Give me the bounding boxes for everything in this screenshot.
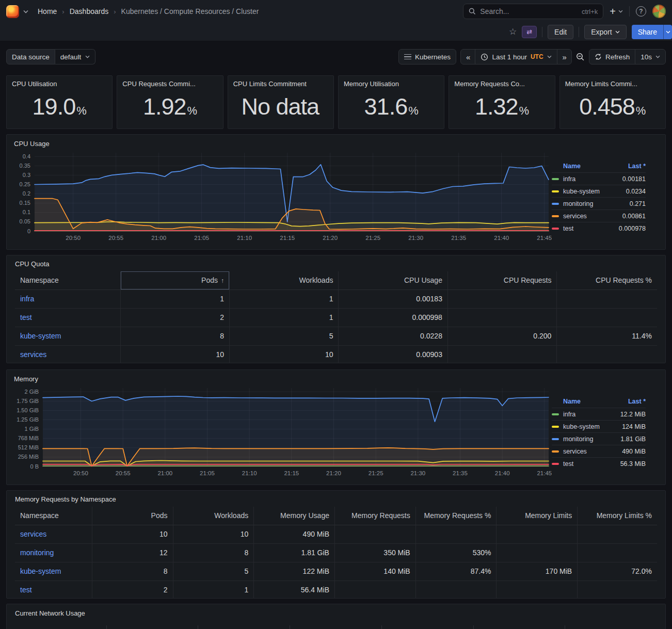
datasource-picker[interactable]: Data source default — [6, 49, 95, 64]
svg-text:0.15: 0.15 — [20, 200, 30, 206]
time-shift-forward-button[interactable]: » — [557, 49, 572, 64]
namespace-link[interactable]: services — [20, 350, 46, 359]
breadcrumb: Home › Dashboards › Kubernetes / Compute… — [38, 7, 259, 15]
legend-series-toggle[interactable]: infra — [552, 175, 622, 183]
namespace-link[interactable]: test — [20, 586, 32, 594]
svg-text:21:10: 21:10 — [242, 470, 257, 476]
legend-series-toggle[interactable]: infra — [552, 411, 620, 418]
table-header-row: Namespace Pods Workloads Memory Usage Me… — [15, 507, 657, 525]
refresh-button[interactable]: Refresh — [589, 49, 635, 64]
column-header-memory-limits-pct[interactable]: Memory Limits % — [578, 507, 657, 525]
namespace-link[interactable]: monitoring — [20, 549, 54, 557]
user-avatar[interactable] — [652, 5, 666, 18]
legend-series-toggle[interactable]: test — [552, 460, 620, 467]
table-cell — [334, 525, 415, 543]
datasource-value[interactable]: default — [55, 49, 96, 64]
legend-series-toggle[interactable]: monitoring — [552, 200, 630, 207]
column-header-pods[interactable]: Pods — [92, 507, 173, 525]
svg-text:21:40: 21:40 — [495, 470, 510, 476]
breadcrumb-home[interactable]: Home — [38, 7, 57, 15]
legend-series-toggle[interactable]: services — [552, 213, 622, 220]
favorite-star-button[interactable]: ☆ — [509, 26, 517, 37]
column-header-namespace[interactable]: Namespace — [15, 507, 92, 525]
kubernetes-filter-button[interactable]: Kubernetes — [398, 49, 456, 64]
table-cell: 1.81 GiB — [254, 543, 335, 562]
search-icon — [469, 8, 476, 15]
column-header-cpu-requests-pct[interactable]: CPU Requests % — [557, 271, 657, 289]
panels-swap-button[interactable]: ⇄ — [522, 26, 537, 38]
table-cell: 10 — [173, 525, 254, 543]
search-box[interactable]: ctrl+k — [463, 4, 603, 19]
breadcrumb-chevron-icon: › — [62, 8, 64, 15]
table-cell: 2 — [92, 580, 173, 599]
legend-series-toggle[interactable]: test — [552, 225, 619, 232]
svg-text:21:00: 21:00 — [157, 470, 172, 476]
search-input[interactable] — [480, 7, 578, 15]
cpu-usage-chart[interactable]: 00.050.10.150.20.250.30.350.420:5020:552… — [11, 148, 552, 244]
svg-text:20:50: 20:50 — [73, 470, 88, 476]
column-header-pods-sorted[interactable]: Pods↑ — [120, 271, 229, 289]
memory-chart[interactable]: 0 B256 MiB512 MiB768 MiB1 GiB1.25 GiB1.5… — [11, 383, 552, 479]
column-header-memory-requests[interactable]: Memory Requests — [334, 507, 415, 525]
panel-title[interactable]: Memory Requests by Namespace — [15, 495, 657, 503]
svg-text:512 MiB: 512 MiB — [18, 444, 39, 450]
column-header-workloads[interactable]: Workloads — [173, 507, 254, 525]
column-header-cpu-requests[interactable]: CPU Requests — [447, 271, 556, 289]
column-header-memory-requests-pct[interactable]: Memory Requests % — [415, 507, 497, 525]
series-color-swatch — [552, 190, 559, 192]
share-button[interactable]: Share — [632, 25, 663, 39]
column-header-namespace[interactable]: Namespace — [15, 271, 120, 289]
breadcrumb-dashboards[interactable]: Dashboards — [70, 7, 109, 15]
svg-text:20:55: 20:55 — [116, 470, 131, 476]
legend-name-header[interactable]: Name — [552, 398, 628, 405]
namespace-link[interactable]: test — [20, 313, 32, 321]
panel-title[interactable]: CPU Usage — [11, 139, 661, 148]
panel-title[interactable]: Memory — [11, 374, 661, 383]
chevron-down-icon — [85, 55, 90, 58]
legend-series-toggle[interactable]: services — [552, 448, 622, 455]
namespace-link[interactable]: kube-system — [20, 567, 61, 575]
edit-button[interactable]: Edit — [548, 25, 573, 39]
refresh-interval-picker[interactable]: 10s — [635, 49, 666, 64]
legend-name-header[interactable]: Name — [552, 163, 628, 170]
export-button[interactable]: Export — [584, 25, 626, 39]
namespace-link[interactable]: kube-system — [20, 332, 61, 340]
zoom-out-button[interactable] — [576, 53, 585, 61]
dashboard-content: Data source default Kubernetes « Last 1 … — [0, 49, 672, 629]
chevron-down-icon[interactable] — [23, 10, 28, 13]
top-nav: Home › Dashboards › Kubernetes / Compute… — [0, 0, 672, 23]
namespace-link[interactable]: infra — [20, 295, 34, 303]
dashboard-controls: Data source default Kubernetes « Last 1 … — [6, 49, 666, 64]
legend-last-header[interactable]: Last * — [628, 163, 646, 170]
svg-text:21:40: 21:40 — [494, 235, 509, 241]
column-header-memory-limits[interactable]: Memory Limits — [497, 507, 578, 525]
stat-memory-requests-commitment: Memory Requests Co... 1.32% — [449, 75, 555, 129]
legend-series-toggle[interactable]: kube-system — [552, 188, 626, 195]
svg-text:256 MiB: 256 MiB — [18, 454, 39, 460]
table-cell: 0.00903 — [339, 345, 447, 363]
add-new-button[interactable]: + — [610, 6, 623, 17]
legend-row: test 0.000978 — [552, 222, 646, 234]
table-cell — [578, 525, 657, 543]
panel-title[interactable]: CPU Quota — [15, 260, 657, 268]
cpu-usage-legend: Name Last * infra 0.00181 kube-system 0.… — [552, 148, 650, 244]
share-dropdown-button[interactable] — [663, 25, 672, 39]
time-range-picker[interactable]: Last 1 hour UTC — [475, 49, 557, 64]
legend-series-toggle[interactable]: monitoring — [552, 436, 620, 443]
time-shift-back-button[interactable]: « — [460, 49, 475, 64]
stat-memory-limits-commitment: Memory Limits Commi... 0.458% — [559, 75, 666, 129]
grafana-logo[interactable] — [6, 5, 19, 18]
svg-text:21:35: 21:35 — [451, 235, 466, 241]
svg-text:1 GiB: 1 GiB — [24, 426, 39, 432]
column-header-memory-usage[interactable]: Memory Usage — [254, 507, 335, 525]
column-header-workloads[interactable]: Workloads — [229, 271, 338, 289]
namespace-link[interactable]: services — [20, 530, 46, 538]
panel-title[interactable]: Current Network Usage — [15, 609, 657, 617]
legend-last-header[interactable]: Last * — [628, 398, 646, 405]
column-header-cpu-usage[interactable]: CPU Usage — [339, 271, 447, 289]
help-icon[interactable]: ? — [636, 6, 646, 17]
table-cell: 170 MiB — [497, 562, 578, 580]
legend-series-toggle[interactable]: kube-system — [552, 423, 622, 430]
plus-icon: + — [610, 6, 616, 17]
series-color-swatch — [552, 426, 559, 428]
